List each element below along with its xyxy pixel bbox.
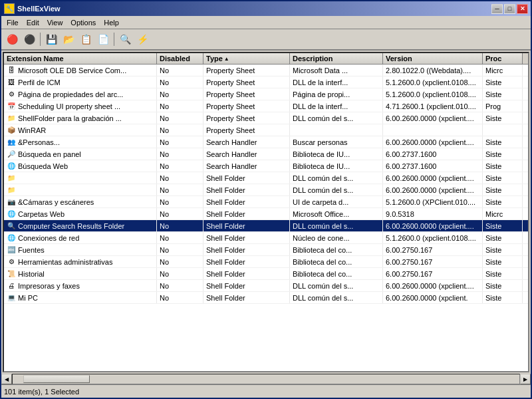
cell-ver: 2.80.1022.0 ((Webdata).... [383, 65, 483, 76]
menu-view[interactable]: View [43, 17, 67, 28]
row-icon: 📅 [7, 102, 16, 111]
cell-disabled: No [157, 232, 203, 243]
toolbar-copy1-btn[interactable]: 📋 [78, 31, 94, 47]
cell-ver: 6.00.2600.0000 (xpclient.... [383, 172, 483, 184]
table-row[interactable]: 👥 &Personas... No Search Handler Buscar … [4, 136, 528, 148]
table-row[interactable]: 💻 Mi PC No Shell Folder DLL común del s.… [4, 292, 528, 304]
table-row[interactable]: 🖼 Perfil de ICM No Property Sheet DLL de… [4, 76, 528, 88]
cell-ext: 🗄 Microsoft OLE DB Service Com... [4, 65, 157, 76]
cell-ver: 6.00.2737.1600 [383, 160, 483, 172]
cell-proc: Siste [483, 172, 523, 184]
cell-proc: Siste [483, 196, 523, 207]
cell-proc: Siste [483, 244, 523, 255]
cell-ext: 🌐 Búsqueda Web [4, 160, 157, 172]
cell-ext: 📅 Scheduling UI property sheet ... [4, 100, 157, 112]
col-header-type[interactable]: Type ▲ [203, 53, 290, 64]
toolbar-save-btn[interactable]: 💾 [43, 31, 59, 47]
scroll-left-btn[interactable]: ◀ [1, 374, 12, 384]
menu-edit[interactable]: Edit [23, 17, 43, 28]
cell-ver: 5.1.2600.0 (XPClient.010.... [383, 196, 483, 207]
toolbar-info-btn[interactable]: ⚡ [134, 31, 150, 47]
h-scroll-thumb[interactable] [23, 375, 90, 383]
toolbar-copy2-btn[interactable]: 📄 [95, 31, 111, 47]
table-row[interactable]: 📁 No Shell Folder DLL común del s... 6.0… [4, 172, 528, 184]
col-header-proc[interactable]: Proc [483, 53, 523, 64]
table-row[interactable]: 🌐 Búsqueda Web No Search Handler Bibliot… [4, 160, 528, 172]
toolbar-open-btn[interactable]: 📂 [61, 31, 76, 47]
table-row[interactable]: 🖨 Impresoras y faxes No Shell Folder DLL… [4, 280, 528, 292]
row-icon: 🔎 [7, 150, 16, 159]
table-row[interactable]: 🗄 Microsoft OLE DB Service Com... No Pro… [4, 65, 528, 76]
menu-help[interactable]: Help [100, 17, 123, 28]
cell-desc: DLL común del s... [290, 280, 383, 291]
cell-ext: 🌐 Carpetas Web [4, 208, 157, 219]
type-sort-arrow: ▲ [224, 56, 229, 62]
scrollbar-area: ◀ ▶ [1, 374, 531, 384]
ext-name: Fuentes [18, 246, 45, 254]
cell-proc [483, 124, 523, 136]
cell-ext: 🔍 Computer Search Results Folder [4, 220, 157, 231]
cell-desc: DLL común del s... [290, 292, 383, 303]
table-row[interactable]: 📦 WinRAR No Property Sheet [4, 124, 528, 136]
cell-type: Search Handler [203, 136, 290, 148]
minimize-button[interactable]: ─ [491, 4, 503, 14]
h-scrollbar[interactable] [12, 374, 520, 384]
cell-ext: 📁 [4, 184, 157, 196]
toolbar-stop-btn[interactable]: 🔴 [4, 31, 20, 47]
ext-name: ShellFolder para la grabación ... [18, 114, 122, 122]
close-button[interactable]: ✕ [517, 4, 528, 14]
ext-name: Mi PC [18, 294, 38, 302]
table-row[interactable]: 🌐 Carpetas Web No Shell Folder Microsoft… [4, 208, 528, 220]
toolbar-sep1 [40, 33, 41, 46]
cell-ext: 📁 ShellFolder para la grabación ... [4, 112, 157, 124]
row-icon: 📜 [7, 269, 16, 279]
col-header-ver[interactable]: Version [383, 53, 483, 64]
cell-type: Property Sheet [203, 88, 290, 100]
cell-desc: Microsoft Data ... [290, 65, 383, 76]
cell-ext: 📜 Historial [4, 268, 157, 279]
ext-name: Página de propiedades del arc... [18, 90, 123, 98]
scroll-right-btn[interactable]: ▶ [520, 374, 531, 384]
ext-name: Microsoft OLE DB Service Com... [18, 66, 126, 74]
toolbar-search-btn[interactable]: 🔍 [117, 31, 133, 47]
cell-type: Shell Folder [203, 256, 290, 267]
cell-ver: 6.00.2600.0000 (xpclient.... [383, 184, 483, 196]
cell-ext: 📦 WinRAR [4, 124, 157, 136]
table-row[interactable]: ⚙ Página de propiedades del arc... No Pr… [4, 88, 528, 100]
table-row[interactable]: ⚙ Herramientas administrativas No Shell … [4, 256, 528, 268]
row-icon: 📁 [7, 114, 16, 123]
cell-ver: 5.1.2600.0 (xpclient.0108.... [383, 88, 483, 100]
table-row[interactable]: 🌐 Conexiones de red No Shell Folder Núcl… [4, 232, 528, 244]
cell-desc: Microsoft Office... [290, 208, 383, 219]
table-row[interactable]: 📜 Historial No Shell Folder Biblioteca d… [4, 268, 528, 280]
menu-options[interactable]: Options [66, 17, 100, 28]
cell-type: Search Handler [203, 160, 290, 172]
row-icon: 🗄 [7, 66, 16, 75]
col-header-desc[interactable]: Description [290, 53, 383, 64]
table-row[interactable]: 📷 &Cámaras y escáneres No Shell Folder U… [4, 196, 528, 208]
table-header: Extension Name Disabled Type ▲ Descripti… [4, 53, 528, 65]
row-icon: 👥 [7, 138, 16, 147]
cell-proc: Prog [483, 100, 523, 112]
cell-type: Shell Folder [203, 208, 290, 219]
main-table-container: Extension Name Disabled Type ▲ Descripti… [3, 52, 529, 372]
maximize-button[interactable]: □ [504, 4, 515, 14]
cell-disabled: No [157, 292, 203, 303]
cell-type: Property Sheet [203, 124, 290, 136]
menu-file[interactable]: File [3, 17, 23, 28]
ext-name: Conexiones de red [18, 234, 79, 242]
table-row[interactable]: 📁 ShellFolder para la grabación ... No P… [4, 112, 528, 124]
table-body[interactable]: 🗄 Microsoft OLE DB Service Com... No Pro… [4, 65, 528, 371]
col-header-disabled[interactable]: Disabled [157, 53, 203, 64]
col-header-ext[interactable]: Extension Name [4, 53, 157, 64]
cell-disabled: No [157, 208, 203, 219]
table-row[interactable]: 🔎 Búsqueda en panel No Search Handler Bi… [4, 148, 528, 160]
table-row[interactable]: 🔍 Computer Search Results Folder No Shel… [4, 220, 528, 232]
toolbar-dot-btn[interactable]: ⚫ [21, 31, 37, 47]
table-row[interactable]: 📅 Scheduling UI property sheet ... No Pr… [4, 100, 528, 112]
cell-ver: 5.1.2600.0 (xpclient.0108.... [383, 232, 483, 243]
cell-ver: 6.00.2737.1600 [383, 148, 483, 160]
table-row[interactable]: 📁 No Shell Folder DLL común del s... 6.0… [4, 184, 528, 196]
cell-ver: 6.00.2600.0000 (xpclient.... [383, 136, 483, 148]
table-row[interactable]: 🔤 Fuentes No Shell Folder Biblioteca del… [4, 244, 528, 256]
